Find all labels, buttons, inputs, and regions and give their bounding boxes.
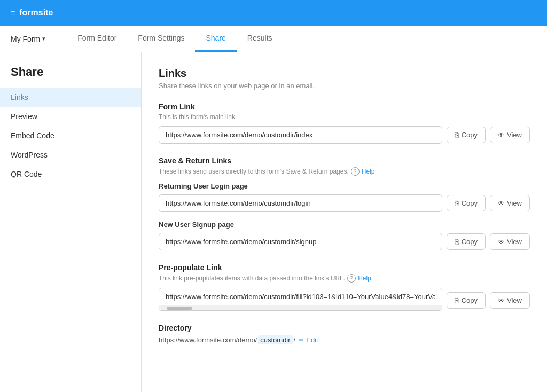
tab-form-editor[interactable]: Form Editor (67, 26, 127, 52)
save-return-section: Save & Return Links These links send use… (159, 156, 530, 250)
main-content: Links Share these links on your web page… (142, 52, 547, 392)
returning-user-input[interactable] (159, 194, 442, 212)
new-user-view-button[interactable]: 👁 View (490, 233, 530, 250)
prepopulate-title: Pre-populate Link (159, 263, 530, 272)
eye-icon: 👁 (498, 131, 504, 139)
tab-results[interactable]: Results (237, 26, 283, 52)
app-logo[interactable]: ≡ formsite (11, 8, 53, 18)
prepopulate-scrollbar[interactable] (159, 305, 442, 310)
new-user-block: New User Signup page ⎘ Copy 👁 View (159, 221, 530, 250)
logo-text: formsite (19, 8, 53, 18)
sidebar-item-qr-code[interactable]: QR Code (0, 164, 141, 184)
hamburger-icon[interactable]: ≡ (11, 9, 15, 17)
directory-url-prefix: https://www.formsite.com/demo/ (159, 336, 257, 344)
subheader: My Form ▾ Form Editor Form Settings Shar… (0, 26, 547, 52)
new-user-label: New User Signup page (159, 221, 530, 229)
prepopulate-subtitle: This link pre-populates items with data … (159, 274, 530, 283)
prepopulate-view-button[interactable]: 👁 View (490, 292, 530, 309)
returning-user-block: Returning User Login page ⎘ Copy 👁 View (159, 182, 530, 212)
copy-icon: ⎘ (455, 199, 459, 207)
eye-icon: 👁 (498, 238, 504, 246)
directory-url: https://www.formsite.com/demo/customdir … (159, 335, 530, 344)
form-link-block: Form Link This is this form's main link.… (159, 103, 530, 144)
form-selector[interactable]: My Form ▾ (11, 35, 45, 43)
sidebar-item-preview[interactable]: Preview (0, 107, 141, 126)
eye-icon: 👁 (498, 200, 504, 207)
directory-title: Directory (159, 324, 530, 332)
returning-user-copy-button[interactable]: ⎘ Copy (447, 195, 486, 211)
returning-user-view-button[interactable]: 👁 View (490, 195, 530, 211)
prepopulate-buttons: ⎘ Copy 👁 View (447, 288, 530, 309)
app-header: ≡ formsite (0, 0, 547, 26)
sidebar-item-links[interactable]: Links (0, 88, 141, 107)
save-return-help-label[interactable]: Help (362, 168, 375, 175)
eye-icon: 👁 (498, 297, 504, 304)
directory-section: Directory https://www.formsite.com/demo/… (159, 324, 530, 344)
new-user-row: ⎘ Copy 👁 View (159, 233, 530, 250)
prepopulate-row: ⎘ Copy 👁 View (159, 288, 530, 311)
chevron-down-icon: ▾ (42, 35, 45, 42)
main-nav: Form Editor Form Settings Share Results (67, 26, 283, 52)
prepopulate-help-label[interactable]: Help (358, 275, 371, 282)
form-link-view-button[interactable]: 👁 View (490, 127, 530, 143)
save-return-subtitle: These links send users directly to this … (159, 167, 530, 176)
prepopulate-input-wrapper (159, 288, 442, 311)
form-link-copy-button[interactable]: ⎘ Copy (447, 127, 486, 143)
prepopulate-scrollbar-thumb (167, 307, 192, 310)
returning-user-row: ⎘ Copy 👁 View (159, 194, 530, 212)
sidebar-item-wordpress[interactable]: WordPress (0, 145, 141, 164)
tab-share[interactable]: Share (195, 26, 236, 52)
prepopulate-input[interactable] (159, 288, 442, 305)
form-link-label: Form Link (159, 103, 530, 111)
directory-edit-button[interactable]: ✏ Edit (299, 336, 318, 344)
new-user-input[interactable] (159, 233, 442, 250)
prepopulate-help-icon[interactable]: ? (347, 274, 356, 283)
prepopulate-section: Pre-populate Link This link pre-populate… (159, 263, 530, 311)
page-subtitle: Share these links on your web page or in… (159, 82, 530, 90)
copy-icon: ⎘ (455, 131, 459, 139)
sidebar-item-embed-code[interactable]: Embed Code (0, 126, 141, 145)
copy-icon: ⎘ (455, 238, 459, 246)
form-link-sublabel: This is this form's main link. (159, 113, 530, 121)
main-layout: Share Links Preview Embed Code WordPress… (0, 52, 547, 392)
directory-url-suffix: / (294, 336, 296, 344)
form-link-input[interactable] (159, 126, 442, 144)
save-return-help-icon[interactable]: ? (351, 167, 360, 176)
sidebar-title: Share (0, 65, 141, 88)
tab-form-settings[interactable]: Form Settings (127, 26, 195, 52)
directory-url-editable: customdir (258, 335, 292, 344)
returning-user-label: Returning User Login page (159, 182, 530, 190)
prepopulate-input-col (159, 288, 442, 311)
prepopulate-copy-button[interactable]: ⎘ Copy (447, 292, 486, 309)
pencil-icon: ✏ (299, 336, 304, 344)
page-title: Links (159, 67, 530, 80)
form-link-row: ⎘ Copy 👁 View (159, 126, 530, 144)
sidebar: Share Links Preview Embed Code WordPress… (0, 52, 142, 392)
form-selector-label: My Form (11, 35, 40, 43)
new-user-copy-button[interactable]: ⎘ Copy (447, 233, 486, 250)
copy-icon: ⎘ (455, 296, 459, 304)
save-return-title: Save & Return Links (159, 156, 530, 165)
